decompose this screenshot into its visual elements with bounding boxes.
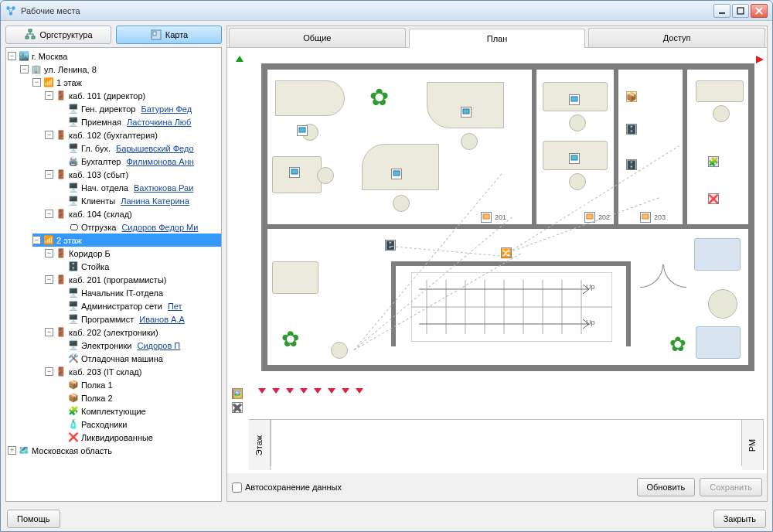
titlebar: Рабочие места [1, 1, 772, 21]
pc-marker[interactable] [569, 94, 580, 105]
help-button[interactable]: Помощь [7, 510, 60, 528]
tree-view[interactable]: −🏙️г. Москва −🏢ул. Ленина, 8 −📶1 этаж −🚪… [5, 47, 222, 502]
plant-icon: ✿ [281, 326, 299, 352]
tree-leaf[interactable]: 🧩Комплектующие [57, 404, 221, 418]
tree-node-floor1[interactable]: −📶1 этаж [32, 76, 221, 89]
tree-leaf[interactable]: ❌Ликвидированные [57, 431, 221, 444]
tree-node-room101[interactable]: −🚪каб. 101 (директор) [45, 89, 221, 102]
tree-leaf[interactable]: 🗄️Стойка [57, 260, 221, 273]
autosave-input[interactable] [232, 483, 242, 493]
tree-leaf[interactable]: 🖥️Электроники Сидоров П [57, 339, 221, 352]
tab-access[interactable]: Доступ [588, 28, 765, 47]
tree-leaf[interactable]: 🖥️Начальник IT-отдела [57, 286, 221, 299]
svg-rect-29 [642, 214, 649, 219]
pc-marker[interactable] [297, 125, 308, 136]
room-icon: 🚪 [55, 90, 67, 102]
tree-node-room201[interactable]: −🚪каб. 201 (программисты) [45, 273, 221, 286]
add-layer-icon[interactable]: 🖼️ [232, 388, 243, 399]
svg-rect-27 [483, 214, 489, 219]
autosave-checkbox[interactable]: Автосохранение данных [232, 483, 632, 493]
tree-node-room104[interactable]: −🚪каб. 104 (склад) [45, 207, 221, 220]
tree-node-corridor[interactable]: −🚪Коридор Б [45, 247, 221, 260]
tab-map[interactable]: Карта [116, 26, 222, 44]
person-link[interactable]: Вахтюкова Раи [134, 183, 193, 193]
workplace-icon: 🖥️ [67, 313, 80, 326]
person-link[interactable]: Ласточкина Люб [127, 118, 191, 127]
person-link[interactable]: Сидоров Федор Ми [121, 223, 198, 232]
refresh-button[interactable]: Обновить [637, 478, 696, 496]
tree-node-city[interactable]: −🏙️г. Москва [8, 49, 221, 63]
supplies-marker[interactable]: 🧩 [708, 156, 719, 167]
disposed-marker[interactable]: ❌ [708, 193, 719, 204]
close-window-button[interactable]: Закрыть [713, 510, 766, 528]
minimize-button[interactable] [713, 4, 730, 18]
tree-node-room102[interactable]: −🚪каб. 102 (бухгалтерия) [45, 128, 221, 142]
room-icon: 🚪 [55, 326, 67, 339]
box-marker[interactable]: 📦 [626, 91, 637, 102]
room-label-203[interactable] [640, 212, 651, 223]
workplace-icon: 🖥️ [67, 116, 80, 128]
tree-node-room203[interactable]: −🚪каб. 203 (IT склад) [45, 365, 221, 378]
tree-leaf[interactable]: 🖥️Администратор сети Пет [57, 299, 221, 312]
pc-marker[interactable] [391, 169, 402, 179]
tree-leaf[interactable]: 📦Полка 1 [57, 378, 221, 391]
floor-plan-canvas[interactable]: Up Up ✿ [227, 48, 767, 473]
tree-node-address[interactable]: −🏢ул. Ленина, 8 [20, 63, 221, 76]
tree-leaf[interactable]: 🖥️Нач. отдела Вахтюкова Раи [57, 181, 221, 194]
tab-general[interactable]: Общие [229, 28, 406, 47]
tree-leaf[interactable]: 🖥️Клиенты Ланина Катерина [57, 194, 221, 207]
tree-leaf[interactable]: 🖥️Гл. бух. Барышевский Федо [57, 142, 221, 155]
svg-rect-23 [393, 171, 400, 176]
legend-area[interactable] [271, 420, 742, 466]
shelf-marker[interactable]: 🗄️ [626, 159, 637, 170]
workplace-icon: 🖥️ [67, 339, 80, 352]
tab-orgstructure[interactable]: Оргструктура [5, 26, 111, 44]
maximize-button[interactable] [732, 4, 749, 18]
red-marker-icon [258, 388, 266, 394]
save-button[interactable]: Сохранить [700, 478, 762, 496]
tab-plan[interactable]: План [409, 29, 586, 48]
person-link[interactable]: Пет [168, 302, 182, 311]
person-link[interactable]: Барышевский Федо [116, 144, 193, 153]
room-number: 203 [654, 213, 666, 221]
rack-marker[interactable]: 🗄️ [385, 240, 396, 251]
tree-node-room202[interactable]: −🚪каб. 202 (электроники) [45, 326, 221, 339]
collapse-icon[interactable]: − [8, 52, 16, 60]
svg-rect-21 [299, 128, 305, 132]
close-button[interactable] [751, 4, 768, 18]
pc-marker[interactable] [289, 167, 300, 178]
room-icon: 🚪 [55, 274, 67, 286]
tree-leaf[interactable]: 🖥️Программист Иванов А.А [57, 312, 221, 326]
person-link[interactable]: Сидоров П [138, 341, 181, 350]
tree-node-floor2-selected[interactable]: −📶2 этаж [32, 234, 221, 247]
tree-node-region[interactable]: +🗺️Московская область [8, 444, 221, 457]
workplace-icon: 🖥️ [67, 287, 80, 299]
tree-leaf[interactable]: 📦Полка 2 [57, 391, 221, 404]
stair-label: Up [586, 319, 595, 326]
tree-leaf[interactable]: 🖵Отгрузка Сидоров Федор Ми [57, 220, 221, 234]
tree-leaf[interactable]: 🖥️Ген. директор Батурин Фед [57, 102, 221, 115]
floor-icon: 📶 [43, 234, 55, 247]
pc-marker[interactable] [569, 153, 580, 164]
room-label-201[interactable] [481, 212, 492, 223]
svg-rect-9 [153, 32, 156, 36]
person-link[interactable]: Иванов А.А [139, 315, 185, 324]
room-icon: 🚪 [55, 366, 67, 378]
shelf-marker[interactable]: 🗄️ [626, 124, 637, 135]
person-link[interactable]: Ланина Катерина [121, 196, 189, 206]
person-link[interactable]: Батурин Фед [141, 104, 192, 114]
app-icon [5, 5, 16, 16]
axis-rm: РМ [742, 420, 764, 470]
tree-leaf[interactable]: 🖨️Бухгалтер Филимонова Анн [57, 155, 221, 168]
tree-node-room103[interactable]: −🚪каб. 103 (сбыт) [45, 168, 221, 181]
person-link[interactable]: Филимонова Анн [127, 157, 194, 166]
tree-leaf[interactable]: 🛠️Отладочная машина [57, 352, 221, 365]
floor-icon: 📶 [43, 77, 55, 89]
pc-marker[interactable] [461, 107, 472, 118]
tree-leaf[interactable]: 🖥️Приемная Ласточкина Люб [57, 115, 221, 128]
axis-floor: Этаж [249, 420, 271, 470]
svg-rect-3 [719, 12, 725, 14]
remove-layer-icon[interactable]: ✖️ [232, 402, 243, 413]
supplies-icon: 🧴 [67, 418, 80, 431]
tree-leaf[interactable]: 🧴Расходники [57, 418, 221, 431]
